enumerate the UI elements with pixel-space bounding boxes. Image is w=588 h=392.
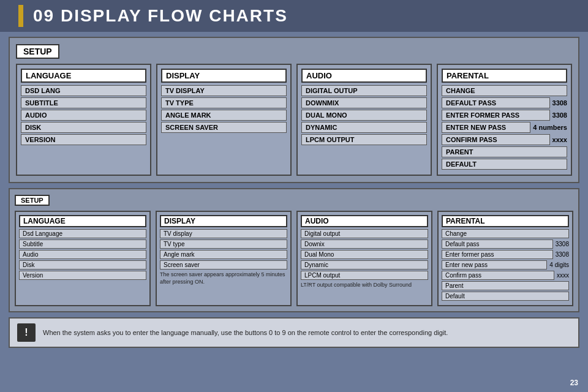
content-area: SETUP LANGUAGE DSD LANG SUBTITLE AUDIO D… — [0, 32, 588, 353]
bottom-parental-confirm-pass: Confirm pass xxxx — [442, 271, 569, 280]
top-audio-item-5[interactable]: LPCM OUTPUT — [301, 134, 427, 145]
top-parental-new-pass: ENTER NEW PASS 4 numbers — [442, 122, 567, 133]
bottom-section: SETUP LANGUAGE Dsd Language Subtitle Aud… — [9, 188, 579, 312]
bottom-disp-item-4[interactable]: Screen saver — [160, 260, 287, 270]
top-audio-column: AUDIO DIGITAL OUTUP DOWNMIX DUAL MONO DY… — [296, 64, 432, 176]
top-audio-item-1[interactable]: DIGITAL OUTUP — [301, 85, 427, 96]
top-new-pass-label[interactable]: ENTER NEW PASS — [442, 122, 530, 133]
top-parental-header: PARENTAL — [442, 69, 567, 83]
top-audio-header: AUDIO — [301, 69, 427, 83]
bottom-former-pass-value: 3308 — [556, 251, 569, 258]
bottom-default-pass-label[interactable]: Default pass — [442, 239, 553, 249]
top-new-pass-value: 4 numbers — [533, 124, 567, 131]
top-disp-item-2[interactable]: TV TYPE — [161, 97, 287, 108]
top-disp-item-3[interactable]: ANGLE MARK — [161, 110, 287, 121]
top-lang-item-2[interactable]: SUBTITLE — [21, 97, 146, 108]
top-parental-parent[interactable]: PARENT — [442, 146, 567, 157]
bottom-parental-header: PARENTAL — [442, 215, 569, 227]
top-language-header: LANGUAGE — [21, 69, 146, 83]
top-parental-change-label[interactable]: CHANGE — [442, 85, 567, 96]
top-display-header: DISPLAY — [161, 69, 287, 83]
bottom-audio-item-2[interactable]: Downix — [301, 239, 428, 249]
bottom-audio-item-4[interactable]: Dynamic — [301, 260, 428, 270]
bottom-display-column: DISPLAY TV display TV type Angle mark Sc… — [156, 211, 292, 306]
bottom-new-pass-value: 4 digits — [549, 262, 569, 268]
top-parental-former-pass: ENTER FORMER PASS 3308 — [442, 110, 567, 121]
top-parental-confirm-pass: CONFIRM PASS xxxx — [442, 134, 567, 145]
notice-bar: ! When the system asks you to enter the … — [9, 317, 579, 348]
top-former-pass-value: 3308 — [552, 111, 567, 119]
top-setup-label: SETUP — [16, 44, 59, 59]
top-disp-item-1[interactable]: TV DISPLAY — [161, 85, 287, 96]
bottom-language-header: LANGUAGE — [19, 215, 146, 227]
top-language-column: LANGUAGE DSD LANG SUBTITLE AUDIO DISK VE… — [16, 64, 151, 176]
top-confirm-pass-label[interactable]: CONFIRM PASS — [442, 134, 550, 145]
bottom-language-column: LANGUAGE Dsd Language Subtitle Audio Dis… — [15, 211, 151, 306]
bottom-disp-item-3[interactable]: Angle mark — [160, 250, 287, 259]
top-disp-item-4[interactable]: SCREEN SAVER — [161, 122, 287, 133]
bottom-audio-item-3[interactable]: Dual Mono — [301, 250, 428, 259]
top-audio-item-3[interactable]: DUAL MONO — [301, 110, 427, 121]
bottom-display-header: DISPLAY — [160, 215, 287, 227]
top-parental-column: PARENTAL CHANGE DEFAULT PASS 3308 ENTER … — [437, 64, 572, 176]
top-parental-default-pass: DEFAULT PASS 3308 — [442, 97, 567, 108]
bottom-parental-default[interactable]: Default — [442, 292, 569, 301]
bottom-lang-item-5[interactable]: Version — [19, 271, 146, 280]
bottom-lang-item-2[interactable]: Subtitle — [19, 239, 146, 249]
top-display-column: DISPLAY TV DISPLAY TV TYPE ANGLE MARK SC… — [156, 64, 292, 176]
bottom-disp-item-1[interactable]: TV display — [160, 229, 287, 238]
bottom-display-note: The screen saver appears approximately 5… — [160, 271, 287, 285]
bottom-confirm-pass-value: xxxx — [557, 272, 569, 279]
top-audio-item-2[interactable]: DOWNMIX — [301, 97, 427, 108]
bottom-default-pass-value: 3308 — [556, 241, 569, 247]
top-default-pass-label[interactable]: DEFAULT PASS — [442, 97, 550, 108]
bottom-audio-note: LT/RT output compatible with Dolby Surro… — [301, 282, 428, 289]
page-title: 09 DISPLAY FLOW CHARTS — [33, 6, 288, 26]
bottom-audio-item-1[interactable]: Digital output — [301, 229, 428, 238]
bottom-audio-item-5[interactable]: LPCM output — [301, 271, 428, 280]
top-columns-row: LANGUAGE DSD LANG SUBTITLE AUDIO DISK VE… — [16, 64, 572, 176]
top-confirm-pass-value: xxxx — [552, 136, 567, 143]
bottom-parental-parent[interactable]: Parent — [442, 281, 569, 290]
top-section: SETUP LANGUAGE DSD LANG SUBTITLE AUDIO D… — [9, 37, 579, 183]
bottom-columns-row: LANGUAGE Dsd Language Subtitle Audio Dis… — [15, 211, 573, 306]
top-default-pass-value: 3308 — [552, 99, 567, 107]
header-accent-bar — [18, 5, 23, 27]
top-parental-change: CHANGE — [442, 85, 567, 96]
bottom-parental-default-pass: Default pass 3308 — [442, 239, 569, 249]
bottom-lang-item-4[interactable]: Disk — [19, 260, 146, 270]
top-lang-item-4[interactable]: DISK — [21, 122, 146, 133]
bottom-parental-column: PARENTAL Change Default pass 3308 Enter … — [437, 211, 573, 306]
bottom-disp-item-2[interactable]: TV type — [160, 239, 287, 249]
top-audio-item-4[interactable]: DYNAMIC — [301, 122, 427, 133]
notice-text: When the system asks you to enter the la… — [43, 329, 448, 336]
page-header: 09 DISPLAY FLOW CHARTS — [0, 0, 588, 32]
notice-icon: ! — [17, 323, 36, 342]
bottom-parental-new-pass: Enter new pass 4 digits — [442, 260, 569, 270]
bottom-former-pass-label[interactable]: Enter former pass — [442, 250, 553, 259]
bottom-lang-item-3[interactable]: Audio — [19, 250, 146, 259]
top-lang-item-3[interactable]: AUDIO — [21, 110, 146, 121]
bottom-audio-column: AUDIO Digital output Downix Dual Mono Dy… — [296, 211, 432, 306]
bottom-new-pass-label[interactable]: Enter new pass — [442, 260, 547, 270]
top-parental-default[interactable]: DEFAULT — [442, 159, 567, 170]
bottom-parental-former-pass: Enter former pass 3308 — [442, 250, 569, 259]
top-lang-item-5[interactable]: VERSION — [21, 134, 146, 145]
bottom-setup-label: SETUP — [15, 195, 50, 206]
bottom-lang-item-1[interactable]: Dsd Language — [19, 229, 146, 238]
top-former-pass-label[interactable]: ENTER FORMER PASS — [442, 110, 550, 121]
top-lang-item-1[interactable]: DSD LANG — [21, 85, 146, 96]
bottom-parental-change-label[interactable]: Change — [442, 229, 569, 238]
page-number: 23 — [570, 379, 578, 387]
bottom-audio-header: AUDIO — [301, 215, 428, 227]
bottom-parental-change: Change — [442, 229, 569, 238]
bottom-confirm-pass-label[interactable]: Confirm pass — [442, 271, 554, 280]
